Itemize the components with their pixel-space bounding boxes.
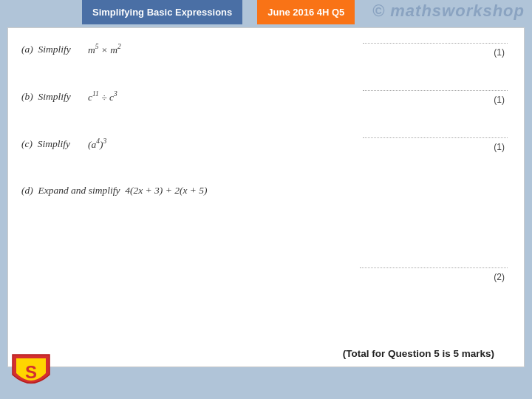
worksheet: (a) Simplify m5 × m2 (1) (b) Simplify c1…	[7, 27, 525, 367]
question-b-expression: c11 ÷ c3	[88, 90, 363, 103]
header-title: Simplifying Basic Expressions	[82, 0, 242, 24]
question-ref-text: June 2016 4H Q5	[267, 7, 344, 18]
question-b-row: (b) Simplify c11 ÷ c3 (1)	[21, 83, 511, 109]
spacer-bc	[21, 109, 511, 130]
title-text: Simplifying Basic Expressions	[92, 7, 232, 18]
question-c-row: (c) Simplify (a4)3 (1)	[21, 130, 511, 157]
marks-d: (2)	[494, 272, 508, 282]
spacer-cd	[21, 157, 511, 177]
question-a-row: (a) Simplify m5 × m2 (1)	[21, 37, 511, 62]
question-b-label: (b) Simplify	[21, 91, 88, 103]
question-ref-box: June 2016 4H Q5	[257, 0, 355, 24]
superman-logo: S	[9, 351, 53, 392]
question-a-label: (a) Simplify	[21, 44, 88, 55]
question-d-expression: 4(2x + 3) + 2(x + 5)	[125, 185, 511, 197]
answer-area-d: (2)	[21, 201, 511, 282]
marks-b: (1)	[494, 95, 508, 105]
answer-line-a	[363, 43, 508, 44]
spacer-ab	[21, 62, 511, 83]
header: Simplifying Basic Expressions June 2016 …	[0, 0, 532, 24]
question-c-label: (c) Simplify	[21, 138, 88, 150]
question-a-expression: m5 × m2	[88, 43, 363, 56]
marks-c: (1)	[494, 142, 508, 152]
total-label: (Total for Question 5 is 5 marks)	[343, 348, 494, 359]
question-d-label: (d) Expand and simplify	[21, 185, 125, 197]
answer-line-c	[363, 137, 508, 138]
svg-text:S: S	[25, 362, 37, 382]
answer-line-d	[360, 267, 508, 268]
answer-line-b	[363, 90, 508, 91]
marks-a: (1)	[494, 47, 508, 58]
question-d-row: (d) Expand and simplify 4(2x + 3) + 2(x …	[21, 177, 511, 201]
watermark: © mathsworkshop	[372, 1, 525, 21]
total-row: (Total for Question 5 is 5 marks)	[8, 348, 524, 359]
question-c-expression: (a4)3	[88, 137, 363, 151]
